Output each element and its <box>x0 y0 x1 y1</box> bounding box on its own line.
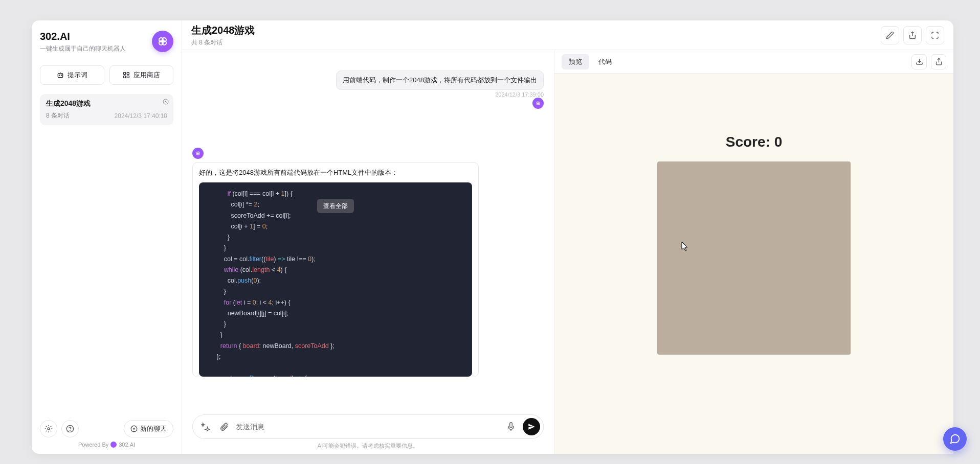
share-button[interactable] <box>903 26 922 44</box>
svg-rect-4 <box>58 74 63 78</box>
main-area: 生成2048游戏 共 8 条对话 用前端代码，制作一个2048游戏，将所有代码都… <box>182 20 953 454</box>
brand-logo <box>152 31 173 52</box>
svg-point-5 <box>59 75 60 75</box>
download-button[interactable] <box>911 54 927 69</box>
game-board[interactable] <box>657 161 851 355</box>
ai-message-block: 好的，这是将2048游戏所有前端代码放在一个HTML文件中的版本： 查看全部 i… <box>192 148 544 377</box>
user-message-time: 2024/12/3 17:39:00 <box>495 91 544 98</box>
svg-point-14 <box>70 430 71 431</box>
disclaimer-text: AI可能会犯错误。请考虑核实重要信息。 <box>192 442 544 450</box>
preview-header: 预览 代码 <box>554 50 953 74</box>
help-icon <box>66 425 74 433</box>
preview-column: 预览 代码 Score: 0 <box>554 50 953 454</box>
app-window: 302.AI 一键生成属于自己的聊天机器人 提示词 应用商店 生成204 <box>32 20 953 454</box>
sidebar-buttons: 提示词 应用商店 <box>40 65 173 85</box>
brand-text: 302.AI 一键生成属于自己的聊天机器人 <box>40 31 126 53</box>
user-avatar <box>532 98 544 109</box>
input-area: AI可能会犯错误。请考虑核实重要信息。 <box>182 409 554 454</box>
paperclip-icon <box>219 422 229 431</box>
edit-button[interactable] <box>881 26 899 44</box>
brand-name: 302.AI <box>40 31 126 42</box>
pencil-icon <box>886 31 894 39</box>
mic-icon <box>506 422 516 431</box>
svg-point-20 <box>538 103 540 105</box>
sidebar: 302.AI 一键生成属于自己的聊天机器人 提示词 应用商店 生成204 <box>32 20 182 454</box>
store-label: 应用商店 <box>133 71 160 80</box>
sidebar-bottom: 新的聊天 <box>40 417 173 437</box>
powered-by: Powered By 302.AI <box>40 442 173 448</box>
settings-button[interactable] <box>40 420 57 437</box>
content-split: 用前端代码，制作一个2048游戏，将所有代码都放到一个文件输出 2024/12/… <box>182 50 953 454</box>
brand-row: 302.AI 一键生成属于自己的聊天机器人 <box>40 31 173 53</box>
view-all-button[interactable]: 查看全部 <box>317 199 354 213</box>
header-titles: 生成2048游戏 共 8 条对话 <box>191 24 255 47</box>
svg-point-6 <box>61 75 62 75</box>
chat-fab-button[interactable] <box>943 427 967 451</box>
prompts-button[interactable]: 提示词 <box>40 65 104 85</box>
robot-icon <box>56 71 64 79</box>
tab-code[interactable]: 代码 <box>591 54 619 69</box>
app-store-button[interactable]: 应用商店 <box>109 65 174 85</box>
svg-point-12 <box>48 428 50 430</box>
ai-message-bubble: 好的，这是将2048游戏所有前端代码放在一个HTML文件中的版本： 查看全部 i… <box>192 162 479 377</box>
conversation-item[interactable]: 生成2048游戏 8 条对话 2024/12/3 17:40:10 <box>40 94 173 125</box>
user-message-row: 用前端代码，制作一个2048游戏，将所有代码都放到一个文件输出 2024/12/… <box>192 57 544 109</box>
preview-tabs: 预览 代码 <box>562 54 619 69</box>
user-message-bubble: 用前端代码，制作一个2048游戏，将所有代码都放到一个文件输出 <box>336 71 544 90</box>
score-value: 0 <box>774 134 783 150</box>
svg-rect-9 <box>124 76 126 78</box>
svg-rect-8 <box>127 73 129 75</box>
conversation-time: 2024/12/3 17:40:10 <box>115 112 167 120</box>
plus-circle-icon <box>130 425 138 432</box>
share-icon <box>908 31 917 39</box>
magic-button[interactable] <box>199 420 212 433</box>
expand-button[interactable] <box>926 26 944 44</box>
code-block[interactable]: 查看全部 if (col[i] === col[i + 1]) { col[i]… <box>199 182 472 377</box>
code-content: if (col[i] === col[i + 1]) { col[i] *= 2… <box>206 189 465 377</box>
tab-preview[interactable]: 预览 <box>562 54 589 69</box>
prompts-label: 提示词 <box>68 71 87 80</box>
brand-tagline: 一键生成属于自己的聊天机器人 <box>40 44 126 53</box>
preview-actions <box>911 54 946 69</box>
brand-dot-icon <box>110 442 117 448</box>
chat-column: 用前端代码，制作一个2048游戏，将所有代码都放到一个文件输出 2024/12/… <box>182 50 554 454</box>
close-icon[interactable] <box>161 97 170 106</box>
send-button[interactable] <box>523 418 540 435</box>
powered-label: Powered By <box>78 442 108 448</box>
svg-rect-7 <box>124 73 126 75</box>
sparkle-icon <box>201 422 210 431</box>
chat-bubble-icon <box>949 433 961 445</box>
page-subtitle: 共 8 条对话 <box>191 38 255 47</box>
gear-icon <box>44 425 53 433</box>
share-preview-button[interactable] <box>931 54 946 69</box>
conversation-list: 生成2048游戏 8 条对话 2024/12/3 17:40:10 <box>40 94 173 417</box>
score-label: Score: <box>726 134 770 150</box>
attach-button[interactable] <box>217 420 231 433</box>
message-input[interactable] <box>236 423 499 431</box>
new-chat-button[interactable]: 新的聊天 <box>124 420 173 437</box>
help-button[interactable] <box>61 420 79 437</box>
mic-button[interactable] <box>504 420 518 433</box>
page-title: 生成2048游戏 <box>191 24 255 37</box>
score-display: Score: 0 <box>726 134 783 150</box>
share-icon <box>935 58 943 65</box>
powered-brand: 302.AI <box>119 442 135 448</box>
svg-point-24 <box>198 153 199 155</box>
new-chat-label: 新的聊天 <box>140 424 167 433</box>
chat-scroll[interactable]: 用前端代码，制作一个2048游戏，将所有代码都放到一个文件输出 2024/12/… <box>182 50 554 409</box>
conversation-count: 8 条对话 <box>46 111 70 120</box>
expand-icon <box>931 31 939 39</box>
game-preview-frame[interactable]: Score: 0 <box>554 74 953 454</box>
main-header: 生成2048游戏 共 8 条对话 <box>182 20 953 50</box>
ai-intro-text: 好的，这是将2048游戏所有前端代码放在一个HTML文件中的版本： <box>199 168 472 177</box>
ai-avatar <box>192 148 204 159</box>
download-icon <box>916 58 923 65</box>
header-actions <box>881 26 944 44</box>
svg-rect-10 <box>127 76 129 78</box>
grid-icon <box>122 71 130 79</box>
send-icon <box>527 423 536 431</box>
conversation-title: 生成2048游戏 <box>46 99 167 108</box>
message-input-container <box>192 414 544 439</box>
